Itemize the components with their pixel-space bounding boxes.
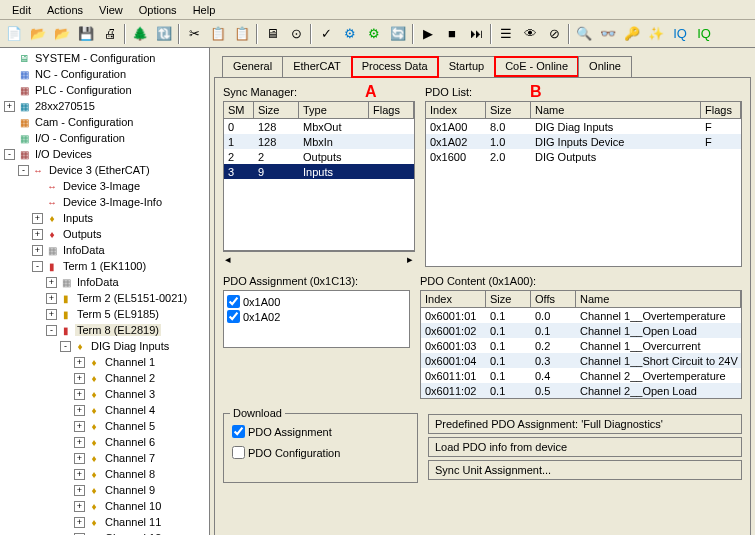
tree-expander[interactable]: + bbox=[74, 421, 85, 432]
tool-cut-icon[interactable]: ✂ bbox=[183, 23, 205, 45]
tab-coeonline[interactable]: CoE - Online bbox=[494, 56, 579, 77]
tool-target-icon[interactable]: ⊙ bbox=[285, 23, 307, 45]
tool-open-icon[interactable]: 📂 bbox=[27, 23, 49, 45]
tree-expander[interactable]: + bbox=[74, 453, 85, 464]
tree-node[interactable]: +▦28xx270515 bbox=[0, 98, 209, 114]
col-header[interactable]: Type bbox=[299, 102, 369, 118]
tree-node[interactable]: -▮Term 1 (EK1100) bbox=[0, 258, 209, 274]
tool-iq2-icon[interactable]: IQ bbox=[693, 23, 715, 45]
tree-expander[interactable]: + bbox=[32, 229, 43, 240]
tree-expander[interactable]: + bbox=[74, 437, 85, 448]
col-header[interactable]: Flags bbox=[701, 102, 741, 118]
menu-actions[interactable]: Actions bbox=[39, 2, 91, 18]
col-header[interactable]: Size bbox=[254, 102, 299, 118]
tree-expander[interactable]: + bbox=[74, 485, 85, 496]
tree-expander[interactable]: + bbox=[74, 517, 85, 528]
tool-break-icon[interactable]: ⊘ bbox=[543, 23, 565, 45]
tool-openext-icon[interactable]: 📂 bbox=[51, 23, 73, 45]
menu-help[interactable]: Help bbox=[185, 2, 224, 18]
tree-expander[interactable]: - bbox=[32, 261, 43, 272]
tree-expander[interactable]: + bbox=[74, 405, 85, 416]
table-row[interactable]: 0x16002.0DIG Outputs bbox=[426, 149, 741, 164]
tree-node[interactable]: +♦Channel 3 bbox=[0, 386, 209, 402]
assign-checkbox[interactable] bbox=[227, 295, 240, 308]
tree-node[interactable]: +♦Channel 8 bbox=[0, 466, 209, 482]
table-row[interactable]: 0x6011:020.10.5Channel 2__Open Load bbox=[421, 383, 741, 398]
tree-node[interactable]: +♦Channel 10 bbox=[0, 498, 209, 514]
col-header[interactable]: Size bbox=[486, 291, 531, 307]
pdo-list-grid[interactable]: IndexSizeNameFlags 0x1A008.0DIG Diag Inp… bbox=[425, 101, 742, 267]
sync-manager-grid[interactable]: SMSizeTypeFlags 0128MbxOut1128MbxIn22Out… bbox=[223, 101, 415, 251]
tree-expander[interactable]: + bbox=[46, 309, 57, 320]
list-item[interactable]: 0x1A00 bbox=[227, 294, 406, 309]
pdo-content-grid[interactable]: IndexSizeOffsName 0x6001:010.10.0Channel… bbox=[420, 290, 742, 399]
menu-edit[interactable]: Edit bbox=[4, 2, 39, 18]
tree-expander[interactable]: - bbox=[18, 165, 29, 176]
tree-node[interactable]: ▦NC - Configuration bbox=[0, 66, 209, 82]
tree-node[interactable]: +♦Channel 7 bbox=[0, 450, 209, 466]
tree-expander[interactable]: + bbox=[4, 101, 15, 112]
tool-run-icon[interactable]: ▶ bbox=[417, 23, 439, 45]
tree-expander[interactable]: + bbox=[74, 389, 85, 400]
col-header[interactable]: Name bbox=[576, 291, 741, 307]
tree-expander[interactable]: - bbox=[46, 325, 57, 336]
tree-node[interactable]: +♦Channel 1 bbox=[0, 354, 209, 370]
pdo-assignment-checkbox[interactable] bbox=[232, 425, 245, 438]
table-row[interactable]: 0x6001:020.10.1Channel 1__Open Load bbox=[421, 323, 741, 338]
tree-expander[interactable]: + bbox=[32, 245, 43, 256]
tree-node[interactable]: +▮Term 2 (EL5151-0021) bbox=[0, 290, 209, 306]
tree-expander[interactable]: + bbox=[74, 501, 85, 512]
tree-node[interactable]: -▮Term 8 (EL2819) bbox=[0, 322, 209, 338]
table-row[interactable]: 1128MbxIn bbox=[224, 134, 414, 149]
tree-node[interactable]: +♦Channel 11 bbox=[0, 514, 209, 530]
pdo-configuration-checkbox[interactable] bbox=[232, 446, 245, 459]
tree-node[interactable]: +♦Channel 2 bbox=[0, 370, 209, 386]
table-row[interactable]: 0x1A008.0DIG Diag InputsF bbox=[426, 119, 741, 134]
col-header[interactable]: Index bbox=[426, 102, 486, 118]
tool-iq-icon[interactable]: IQ bbox=[669, 23, 691, 45]
tool-print-icon[interactable]: 🖨 bbox=[99, 23, 121, 45]
tree-expander[interactable]: + bbox=[74, 373, 85, 384]
table-row[interactable]: 39Inputs bbox=[224, 164, 414, 179]
menu-options[interactable]: Options bbox=[131, 2, 185, 18]
tree-expander[interactable]: + bbox=[32, 213, 43, 224]
sync-unit-button[interactable]: Sync Unit Assignment... bbox=[428, 460, 742, 480]
table-row[interactable]: 0x6001:010.10.0Channel 1__Overtemperatur… bbox=[421, 308, 741, 323]
tool-check-icon[interactable]: ✓ bbox=[315, 23, 337, 45]
load-pdo-button[interactable]: Load PDO info from device bbox=[428, 437, 742, 457]
tree-node[interactable]: +♦Outputs bbox=[0, 226, 209, 242]
tool-device-icon[interactable]: 🖥 bbox=[261, 23, 283, 45]
tree-node[interactable]: ↔Device 3-Image bbox=[0, 178, 209, 194]
col-header[interactable]: Size bbox=[486, 102, 531, 118]
col-header[interactable]: Index bbox=[421, 291, 486, 307]
tab-ethercat[interactable]: EtherCAT bbox=[282, 56, 351, 77]
table-row[interactable]: 0x6001:040.10.3Channel 1__Short Circuit … bbox=[421, 353, 741, 368]
tool-glasses-icon[interactable]: 👓 bbox=[597, 23, 619, 45]
tree-node[interactable]: ▦I/O - Configuration bbox=[0, 130, 209, 146]
tab-processdata[interactable]: Process Data bbox=[351, 56, 439, 78]
tree-node[interactable]: +♦Inputs bbox=[0, 210, 209, 226]
tab-general[interactable]: General bbox=[222, 56, 283, 77]
tool-refresh-icon[interactable]: 🔃 bbox=[153, 23, 175, 45]
tree-node[interactable]: -▦I/O Devices bbox=[0, 146, 209, 162]
tree-node[interactable]: +♦Channel 6 bbox=[0, 434, 209, 450]
tab-online[interactable]: Online bbox=[578, 56, 632, 77]
table-row[interactable]: 0x6001:030.10.2Channel 1__Overcurrent bbox=[421, 338, 741, 353]
tool-key-icon[interactable]: 🔑 bbox=[621, 23, 643, 45]
table-row[interactable]: 0x1A021.0DIG Inputs DeviceF bbox=[426, 134, 741, 149]
tree-node[interactable]: +♦Channel 9 bbox=[0, 482, 209, 498]
tree-node[interactable]: +♦Channel 12 bbox=[0, 530, 209, 535]
tool-scope-icon[interactable]: ⚙ bbox=[363, 23, 385, 45]
tree-expander[interactable]: + bbox=[46, 277, 57, 288]
tree-node[interactable]: ▦Cam - Configuration bbox=[0, 114, 209, 130]
tree-node[interactable]: +▦InfoData bbox=[0, 242, 209, 258]
tool-list-icon[interactable]: ☰ bbox=[495, 23, 517, 45]
table-row[interactable]: 0x6011:010.10.4Channel 2__Overtemperatur… bbox=[421, 368, 741, 383]
tool-save-icon[interactable]: 💾 bbox=[75, 23, 97, 45]
predefined-pdo-row[interactable]: Predefined PDO Assignment: 'Full Diagnos… bbox=[428, 414, 742, 434]
tab-startup[interactable]: Startup bbox=[438, 56, 495, 77]
tree-expander[interactable]: + bbox=[46, 293, 57, 304]
tree-node[interactable]: ▦PLC - Configuration bbox=[0, 82, 209, 98]
tree-node[interactable]: ↔Device 3-Image-Info bbox=[0, 194, 209, 210]
tree-node[interactable]: +♦Channel 5 bbox=[0, 418, 209, 434]
